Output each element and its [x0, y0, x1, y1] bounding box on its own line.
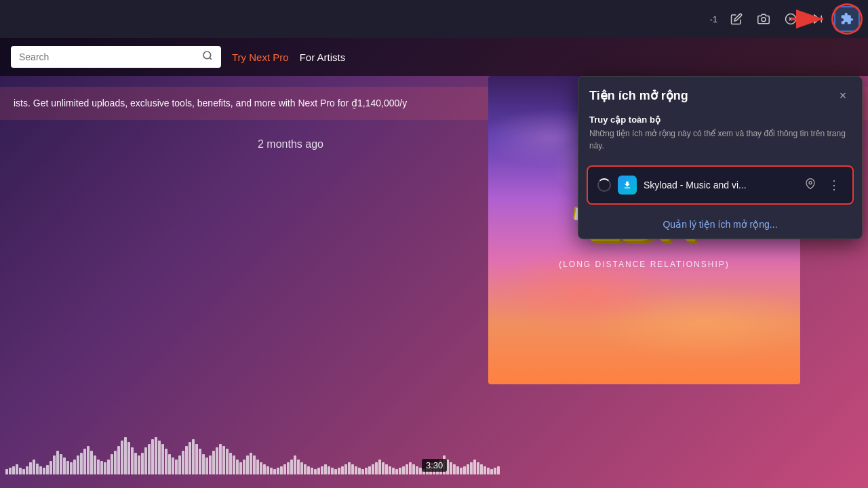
svg-point-0: [762, 18, 766, 22]
album-subtitle: (LONG DISTANCE RELATIONSHIP): [559, 260, 730, 269]
site-navbar: Try Next Pro For Artists: [0, 38, 868, 76]
extension-button-wrapper: [834, 6, 860, 32]
popup-section-title: Truy cập toàn bộ: [578, 106, 862, 127]
manage-extensions-link[interactable]: Quản lý tiện ích mở rộng...: [663, 219, 777, 230]
popup-title: Tiện ích mở rộng: [589, 88, 688, 103]
time-badge: 3:30: [422, 459, 447, 472]
highlight-circle: [831, 3, 863, 35]
pin-icon[interactable]: [802, 176, 818, 195]
extension-loading-spinner: [597, 178, 611, 192]
tab-count: -1: [709, 14, 717, 24]
search-box[interactable]: [11, 46, 221, 68]
waveform[interactable]: [0, 352, 461, 488]
timestamp: 2 months ago: [258, 138, 323, 150]
extension-item-icon: [618, 176, 637, 195]
popup-header: Tiện ích mở rộng ×: [578, 77, 862, 106]
try-next-pro-link[interactable]: Try Next Pro: [232, 52, 289, 63]
main-content: Try Next Pro For Artists ists. Get unlim…: [0, 38, 868, 488]
camera-icon[interactable]: [753, 8, 774, 30]
popup-close-button[interactable]: ×: [835, 87, 851, 104]
popup-section-desc: Những tiện ích mở rộng này có thể xem và…: [578, 127, 862, 160]
red-arrow-annotation: [791, 7, 831, 31]
extension-item-skyload[interactable]: Skyload - Music and vi... ⋮: [587, 165, 854, 205]
svg-point-10: [809, 182, 812, 184]
extension-popup: Tiện ích mở rộng × Truy cập toàn bộ Nhữn…: [578, 76, 863, 239]
for-artists-link[interactable]: For Artists: [300, 52, 346, 63]
edit-icon[interactable]: [726, 8, 747, 30]
popup-footer: Quản lý tiện ích mở rộng...: [578, 210, 862, 239]
search-icon: [202, 50, 213, 64]
svg-line-9: [210, 58, 212, 60]
extension-item-name: Skyload - Music and vi...: [644, 180, 795, 190]
svg-point-8: [203, 52, 211, 59]
more-options-icon[interactable]: ⋮: [825, 175, 843, 195]
browser-toolbar: -1: [0, 0, 868, 38]
search-input[interactable]: [19, 52, 197, 62]
